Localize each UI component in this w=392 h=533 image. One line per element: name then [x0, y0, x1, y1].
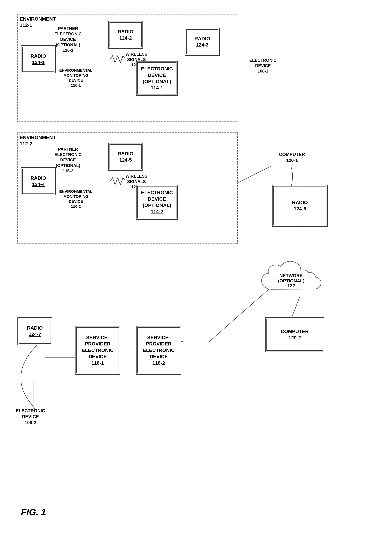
- partner-116-1-label: PARTNERELECTRONICDEVICE(OPTIONAL)116-1: [47, 26, 89, 53]
- radio-124-2-label: RADIO124-2: [118, 29, 133, 41]
- radio-124-6-box: RADIO124-6: [272, 185, 328, 227]
- ed-114-1-box: ELECTRONICDEVICE(OPTIONAL)114-1: [136, 61, 178, 96]
- wireless-signal-1-icon: [110, 54, 127, 65]
- emd-110-2-label: ENVIRONMENTALMONITORINGDEVICE110-2: [59, 189, 92, 209]
- sp-118-1-box: SERVICE-PROVIDERELECTRONICDEVICE118-1: [75, 326, 120, 375]
- radio-124-5-inner: RADIO124-5: [110, 144, 142, 169]
- radio-124-7-label: RADIO124-7: [27, 325, 43, 338]
- svg-text:(OPTIONAL): (OPTIONAL): [278, 278, 304, 283]
- radio-124-5-label: RADIO124-5: [118, 151, 133, 163]
- sp-118-1-inner: SERVICE-PROVIDERELECTRONICDEVICE118-1: [76, 327, 119, 373]
- ed-114-2-inner: ELECTRONICDEVICE(OPTIONAL)114-2: [137, 186, 177, 218]
- sp-118-2-inner: SERVICE-PROVIDERELECTRONICDEVICE118-2: [137, 327, 180, 373]
- computer-120-2-box: COMPUTER120-2: [265, 317, 324, 352]
- radio-124-3-label: RADIO124-3: [194, 36, 210, 48]
- svg-line-17: [237, 166, 272, 183]
- radio-124-7-inner: RADIO124-7: [19, 319, 51, 344]
- radio-124-7-box: RADIO124-7: [17, 317, 52, 345]
- emd-110-1-label: ENVIRONMENTALMONITORINGDEVICE110-1: [59, 68, 92, 88]
- ed-114-2-box: ELECTRONICDEVICE(OPTIONAL)114-2: [136, 185, 178, 220]
- sp-118-2-box: SERVICE-PROVIDERELECTRONICDEVICE118-2: [136, 326, 181, 375]
- computer-120-2-label: COMPUTER120-2: [281, 328, 309, 341]
- page: ENVIRONMENT 112-1 ENVIRONMENT 112-2 RADI…: [0, 0, 392, 533]
- fig-label: FIG. 1: [21, 507, 46, 517]
- radio-124-1-label: RADIO124-1: [31, 53, 46, 66]
- radio-124-2-inner: RADIO124-2: [110, 22, 142, 47]
- vertical-divider: [237, 132, 238, 244]
- ed-108-1-label: ELECTRONICDEVICE108-1: [249, 57, 277, 74]
- wireless-signal-2-icon: [110, 176, 127, 186]
- computer-120-2-inner: COMPUTER120-2: [266, 319, 323, 351]
- radio-124-6-inner: RADIO124-6: [273, 186, 327, 225]
- env2-label: ENVIRONMENT 112-2: [20, 134, 56, 147]
- curve-connector-108-2: [16, 345, 51, 411]
- partner-116-2-label: PARTNERELECTRONICDEVICE(OPTIONAL)116-2: [47, 146, 89, 174]
- radio-124-3-box: RADIO124-3: [185, 28, 220, 56]
- sp-118-2-label: SERVICE-PROVIDERELECTRONICDEVICE118-2: [143, 334, 175, 366]
- ed-114-2-label: ELECTRONICDEVICE(OPTIONAL)114-2: [141, 190, 173, 215]
- computer-120-1-label: COMPUTER120-1: [279, 152, 305, 163]
- radio-124-5-box: RADIO124-5: [108, 143, 143, 171]
- ed-114-1-label: ELECTRONICDEVICE(OPTIONAL)114-1: [141, 66, 173, 91]
- radio-124-3-inner: RADIO124-3: [186, 29, 218, 54]
- radio-124-6-label: RADIO124-6: [292, 199, 308, 212]
- svg-text:122: 122: [287, 283, 295, 288]
- ed-114-1-inner: ELECTRONICDEVICE(OPTIONAL)114-1: [137, 62, 177, 94]
- radio-124-4-label: RADIO124-4: [31, 175, 46, 188]
- curve-connector-120-1: [282, 167, 300, 186]
- radio-124-2-box: RADIO124-2: [108, 21, 143, 49]
- network-122-cloud: NETWORK (OPTIONAL) 122: [258, 255, 324, 300]
- svg-text:NETWORK: NETWORK: [280, 273, 303, 278]
- sp-118-1-label: SERVICE-PROVIDERELECTRONICDEVICE118-1: [82, 334, 113, 366]
